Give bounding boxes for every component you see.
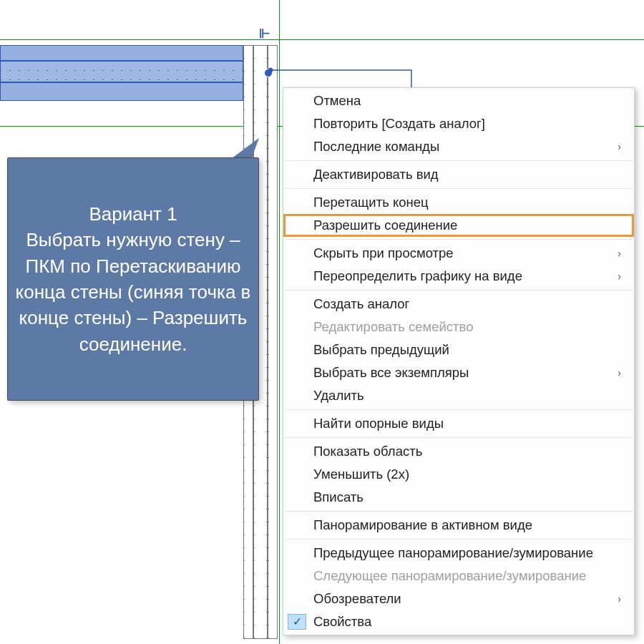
menu-separator: [285, 409, 633, 410]
menu-item[interactable]: Создать аналог: [283, 293, 634, 316]
menu-item-label: Переопределить графику на виде: [313, 268, 522, 284]
menu-item-label: Показать область: [313, 444, 422, 459]
guide-line: [0, 39, 644, 40]
wall-layer: [0, 61, 243, 82]
menu-item[interactable]: Выбрать предыдущий: [283, 338, 634, 361]
svg-point-1: [268, 68, 273, 72]
menu-item-label: Последние команды: [313, 139, 439, 155]
menu-separator: [285, 290, 633, 291]
menu-item-label: Удалить: [313, 388, 364, 404]
menu-item[interactable]: Выбрать все экземпляры›: [283, 361, 634, 384]
menu-item[interactable]: Переопределить графику на виде›: [283, 265, 634, 288]
menu-item[interactable]: Показать область: [283, 440, 634, 463]
menu-item[interactable]: Найти опорные виды: [283, 412, 634, 435]
menu-item[interactable]: ✓Свойства: [283, 610, 634, 633]
chevron-right-icon: ›: [603, 141, 621, 152]
menu-item-label: Обозреватели: [313, 591, 401, 607]
menu-item-label: Предыдущее панорамирование/зумирование: [313, 545, 593, 561]
menu-item-label: Деактивировать вид: [313, 167, 439, 182]
menu-item[interactable]: Обозреватели›: [283, 587, 634, 610]
menu-item-label: Выбрать предыдущий: [313, 342, 449, 358]
context-menu[interactable]: ОтменаПовторить [Создать аналог]Последни…: [283, 87, 635, 635]
menu-item-label: Создать аналог: [313, 296, 409, 312]
menu-item[interactable]: Панорамирование в активном виде: [283, 514, 634, 537]
menu-item[interactable]: Последние команды›: [283, 135, 634, 158]
menu-separator: [285, 511, 633, 512]
menu-item[interactable]: Перетащить конец: [283, 191, 634, 214]
menu-separator: [285, 539, 633, 540]
chevron-right-icon: ›: [603, 248, 621, 259]
check-icon: ✓: [288, 614, 306, 630]
chevron-right-icon: ›: [603, 270, 621, 282]
menu-item-label: Редактировать семейство: [313, 319, 473, 335]
menu-item-label: Скрыть при просмотре: [313, 245, 454, 261]
menu-item-label: Отмена: [313, 93, 361, 109]
menu-item-label: Уменьшить (2x): [313, 467, 409, 482]
menu-item[interactable]: Отмена: [283, 89, 634, 112]
menu-item[interactable]: Вписать: [283, 486, 634, 509]
menu-item[interactable]: Повторить [Создать аналог]: [283, 112, 634, 135]
menu-item-label: Выбрать все экземпляры: [313, 365, 469, 381]
menu-item[interactable]: Удалить: [283, 384, 634, 407]
menu-separator: [285, 437, 633, 438]
menu-separator: [285, 239, 633, 240]
menu-separator: [285, 160, 633, 161]
menu-item-label: Свойства: [313, 614, 371, 630]
menu-item: Следующее панорамирование/зумирование: [283, 565, 634, 587]
menu-item-label: Повторить [Создать аналог]: [313, 116, 485, 132]
menu-item[interactable]: Деактивировать вид: [283, 163, 634, 186]
callout-text: Вариант 1 Выбрать нужную стену – ПКМ по …: [12, 201, 254, 357]
flip-control-icon[interactable]: ⊩: [259, 26, 270, 42]
instruction-callout: Вариант 1 Выбрать нужную стену – ПКМ по …: [7, 157, 259, 401]
menu-item-label: Найти опорные виды: [313, 416, 444, 431]
menu-item[interactable]: Предыдущее панорамирование/зумирование: [283, 542, 634, 565]
wall-layer: [0, 82, 243, 101]
menu-item-label: Вписать: [313, 489, 364, 505]
menu-item[interactable]: Скрыть при просмотре›: [283, 242, 634, 265]
menu-item[interactable]: Разрешить соединение: [283, 214, 634, 237]
selected-wall-horizontal[interactable]: [0, 45, 243, 102]
chevron-right-icon: ›: [603, 593, 621, 605]
menu-item-label: Следующее панорамирование/зумирование: [313, 568, 586, 584]
menu-item[interactable]: Уменьшить (2x): [283, 463, 634, 486]
menu-item-label: Перетащить конец: [313, 195, 429, 210]
menu-item-label: Разрешить соединение: [313, 218, 457, 233]
menu-item-label: Панорамирование в активном виде: [313, 517, 532, 533]
menu-separator: [285, 188, 633, 189]
menu-item: Редактировать семейство: [283, 316, 634, 338]
chevron-right-icon: ›: [603, 367, 621, 379]
wall-layer: [0, 45, 243, 61]
